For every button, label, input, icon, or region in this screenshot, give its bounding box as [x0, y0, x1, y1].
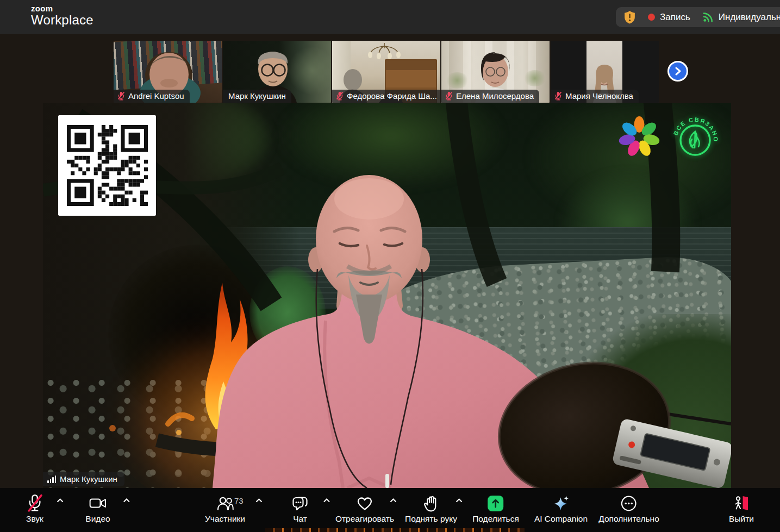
- audio-level-icon: [47, 475, 56, 483]
- participant-tile-elena-miloserdova[interactable]: Елена Милосердова: [441, 41, 550, 103]
- video-camera-icon: [85, 494, 110, 512]
- muted-mic-icon: [554, 91, 562, 101]
- participant-name-tag: Елена Милосердова: [441, 90, 539, 103]
- ai-companion-icon: [534, 494, 588, 512]
- share-screen-button[interactable]: Поделиться: [472, 488, 519, 532]
- live-service-indicator[interactable]: Индивидуальная слу: [702, 11, 780, 23]
- chat-options-chevron[interactable]: [323, 498, 330, 503]
- recording-dot-icon: [648, 14, 655, 21]
- react-options-chevron[interactable]: [390, 498, 397, 503]
- audio-options-chevron[interactable]: [57, 498, 64, 503]
- live-stream-icon: [702, 11, 714, 23]
- leave-meeting-button[interactable]: Выйти: [729, 488, 754, 532]
- chat-icon: [292, 494, 309, 512]
- react-button[interactable]: Отреагировать: [335, 488, 394, 532]
- recording-label: Запись: [660, 12, 690, 23]
- speaker-name-tag: Марк Кукушкин: [43, 472, 124, 486]
- participant-name-tag: Мария Челноклва: [551, 90, 639, 103]
- more-options-label: Дополнительно: [598, 514, 659, 524]
- vse-svyazano-neon-logo: ВСЕ СВЯЗАНО: [669, 111, 721, 163]
- ai-companion-label: AI Companion: [534, 514, 588, 524]
- top-bar: zoom Workplace Запись Индивидуальная слу: [0, 0, 780, 34]
- service-label: Индивидуальная слу: [719, 12, 780, 23]
- chevron-right-icon: [673, 66, 682, 76]
- main-speaker-video: ВСЕ СВЯЗАНО Марк Кукушкин: [43, 103, 731, 488]
- raise-hand-button[interactable]: Поднять руку: [405, 488, 457, 532]
- meeting-toolbar: Звук Видео 73 Участники Чат Отреагироват…: [0, 488, 780, 532]
- video-label: Видео: [85, 514, 110, 524]
- raise-hand-label: Поднять руку: [405, 514, 457, 524]
- participants-options-chevron[interactable]: [255, 498, 263, 503]
- participant-filmstrip: Andrei Kuptsou Марк Кукушкин: [114, 41, 659, 103]
- react-heart-icon: [335, 494, 394, 512]
- more-options-button[interactable]: Дополнительно: [598, 488, 659, 532]
- muted-mic-icon: [336, 91, 344, 101]
- video-options-chevron[interactable]: [123, 498, 130, 503]
- colorful-petals-logo: [617, 115, 661, 159]
- background-window-sliver: [265, 528, 525, 532]
- meeting-stage: Andrei Kuptsou Марк Кукушкин: [0, 34, 780, 488]
- audio-button[interactable]: Звук: [26, 488, 43, 532]
- audio-label: Звук: [26, 514, 43, 524]
- zoom-workplace-logo: zoom Workplace: [31, 4, 93, 27]
- qr-code: [58, 115, 156, 216]
- chat-label: Чат: [292, 514, 309, 524]
- participants-label: Участники: [205, 514, 245, 524]
- participant-tile-andrei-kuptsou[interactable]: Andrei Kuptsou: [114, 41, 222, 103]
- share-screen-icon: [472, 494, 519, 512]
- meeting-status-pill[interactable]: Запись Индивидуальная слу: [616, 7, 780, 27]
- speaker-name: Марк Кукушкин: [60, 474, 117, 484]
- security-shield-icon[interactable]: [623, 10, 636, 24]
- muted-mic-icon: [117, 91, 125, 101]
- participants-button[interactable]: 73 Участники: [205, 488, 245, 532]
- participant-name-tag: Марк Кукушкин: [223, 90, 291, 103]
- raise-hand-icon: [405, 494, 457, 512]
- muted-mic-icon: [445, 91, 453, 101]
- participant-tile-fedorova-farida[interactable]: Федорова Фарида Ша...: [332, 41, 440, 103]
- more-options-icon: [598, 494, 659, 512]
- react-label: Отреагировать: [335, 514, 394, 524]
- microphone-muted-icon: [26, 494, 43, 512]
- participant-name-tag: Andrei Kuptsou: [114, 90, 190, 103]
- share-screen-label: Поделиться: [472, 514, 519, 524]
- leave-meeting-icon: [729, 494, 754, 512]
- participants-count: 73: [234, 496, 244, 505]
- participant-name-tag: Федорова Фарида Ша...: [332, 90, 440, 103]
- raise-hand-options-chevron[interactable]: [455, 498, 463, 503]
- participant-name: Мария Челноклва: [565, 91, 633, 101]
- participant-name: Марк Кукушкин: [228, 91, 286, 101]
- participant-name: Andrei Kuptsou: [128, 91, 184, 101]
- chat-button[interactable]: Чат: [292, 488, 309, 532]
- participant-tile-mark-kukushkin[interactable]: Марк Кукушкин: [223, 41, 331, 103]
- participant-name: Федорова Фарида Ша...: [347, 91, 437, 101]
- video-button[interactable]: Видео: [85, 488, 110, 532]
- participant-tile-maria-chelnoklva[interactable]: Мария Челноклва: [551, 41, 659, 103]
- ai-companion-button[interactable]: AI Companion: [534, 488, 588, 532]
- brand-zoom: zoom: [31, 4, 93, 12]
- brand-workplace: Workplace: [31, 14, 93, 27]
- recording-indicator[interactable]: Запись: [648, 12, 690, 23]
- participant-name: Елена Милосердова: [456, 91, 534, 101]
- leave-meeting-label: Выйти: [729, 514, 754, 524]
- next-participants-button[interactable]: [667, 61, 688, 82]
